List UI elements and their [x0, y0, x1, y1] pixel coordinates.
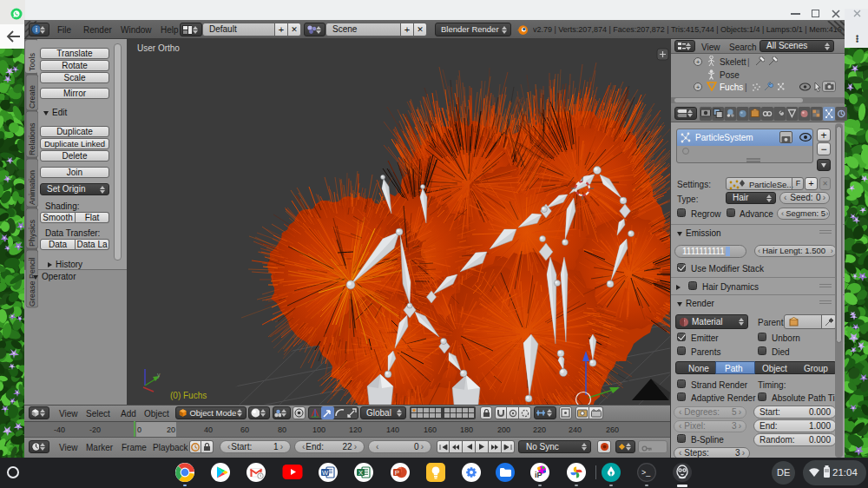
svg-text:>_: >_ — [641, 468, 651, 477]
svg-text:(0) Fuchs: (0) Fuchs — [170, 391, 207, 400]
svg-text:Animation: Animation — [28, 170, 36, 205]
svg-text:W: W — [322, 469, 329, 477]
svg-text:X: X — [358, 469, 363, 477]
svg-text:y: y — [157, 372, 161, 379]
svg-text:Tools: Tools — [28, 52, 36, 71]
svg-text:Physics: Physics — [28, 219, 36, 247]
svg-text:iP: iP — [535, 471, 542, 479]
svg-text:Grease Pencil: Grease Pencil — [28, 257, 36, 307]
svg-text:P: P — [395, 469, 399, 477]
svg-text:i: i — [36, 25, 37, 34]
svg-text:Create: Create — [28, 85, 36, 109]
svg-text:Relations: Relations — [28, 122, 36, 155]
svg-text:User Ortho: User Ortho — [137, 43, 180, 53]
